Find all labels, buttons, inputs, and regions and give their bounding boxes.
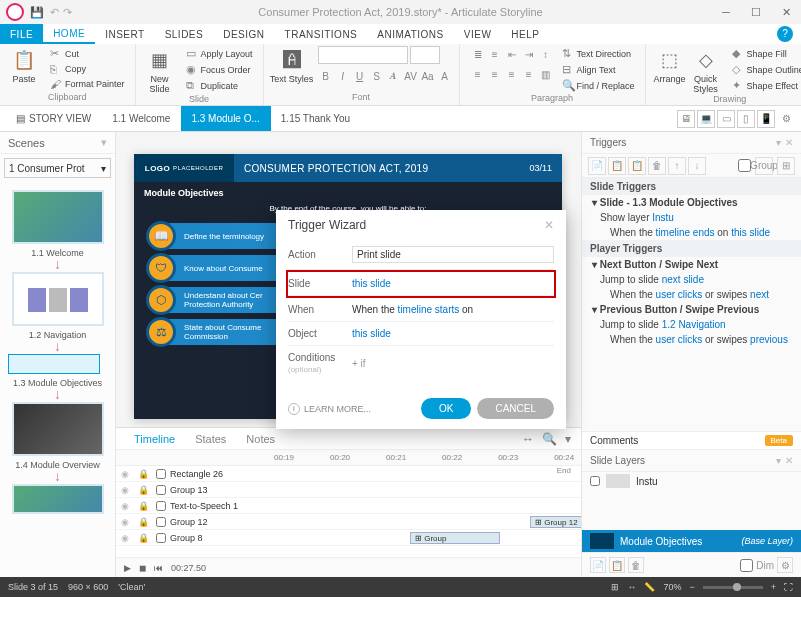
trigger-prev-button[interactable]: ▾ Previous Button / Swipe Previous bbox=[582, 302, 801, 317]
redo-icon[interactable]: ↷ bbox=[63, 6, 72, 19]
tab-design[interactable]: DESIGN bbox=[213, 24, 274, 44]
ok-button[interactable]: OK bbox=[421, 398, 471, 419]
strike-button[interactable]: S bbox=[369, 68, 385, 84]
trigger-next-button[interactable]: ▾ Next Button / Swipe Next bbox=[582, 257, 801, 272]
arrange-button[interactable]: ⬚Arrange bbox=[652, 46, 688, 84]
zoom-out-icon[interactable]: − bbox=[689, 582, 694, 592]
close-panel-icon[interactable]: ✕ bbox=[785, 137, 793, 148]
scene-thumb[interactable] bbox=[12, 190, 104, 244]
columns-button[interactable]: ▥ bbox=[538, 66, 554, 82]
cut-button[interactable]: ✂Cut bbox=[46, 46, 129, 61]
device-desktop-icon[interactable]: 🖥 bbox=[677, 110, 695, 128]
font-color-button[interactable]: A bbox=[437, 68, 453, 84]
ruler-icon[interactable]: 📏 bbox=[644, 582, 655, 592]
scene-thumb[interactable] bbox=[12, 272, 104, 326]
collapse-icon[interactable]: ▾ bbox=[776, 137, 781, 148]
maximize-icon[interactable]: ☐ bbox=[741, 6, 771, 19]
device-phone-icon[interactable]: 📱 bbox=[757, 110, 775, 128]
eye-icon[interactable]: ◉ bbox=[116, 517, 134, 527]
stop-icon[interactable]: ◼ bbox=[139, 563, 146, 573]
eye-icon[interactable]: ◉ bbox=[116, 533, 134, 543]
line-spacing-button[interactable]: ↕ bbox=[538, 46, 554, 62]
paste-button[interactable]: 📋Paste bbox=[6, 46, 42, 84]
tab-animations[interactable]: ANIMATIONS bbox=[367, 24, 453, 44]
story-view-tab[interactable]: ▤STORY VIEW bbox=[6, 106, 102, 131]
play-icon[interactable]: ▶ bbox=[124, 563, 131, 573]
trigger-item[interactable]: Jump to slide 1.2 Navigation bbox=[582, 317, 801, 332]
timeline-row[interactable]: ◉🔒Group 12⊞ Group 12 bbox=[116, 514, 581, 530]
delete-trigger-icon[interactable]: 🗑 bbox=[648, 157, 666, 175]
shadow-button[interactable]: 𝑨 bbox=[386, 68, 402, 84]
underline-button[interactable]: U bbox=[352, 68, 368, 84]
variables-icon[interactable]: ⊞ bbox=[777, 157, 795, 175]
format-painter-button[interactable]: 🖌Format Painter bbox=[46, 77, 129, 91]
fit-width-icon[interactable]: ↔ bbox=[627, 582, 636, 592]
case-button[interactable]: Aa bbox=[420, 68, 436, 84]
trigger-slide-name[interactable]: ▾ Slide - 1.3 Module Objectives bbox=[582, 195, 801, 210]
layer-props-icon[interactable]: ⚙ bbox=[777, 557, 793, 573]
slide-tab-thank-you[interactable]: 1.15 Thank You bbox=[271, 106, 361, 131]
lock-icon[interactable]: 🔒 bbox=[134, 501, 152, 511]
add-condition-button[interactable]: + if bbox=[352, 358, 554, 369]
indent-inc-button[interactable]: ⇥ bbox=[521, 46, 537, 62]
close-icon[interactable]: ✕ bbox=[771, 6, 801, 19]
timeline-row[interactable]: ◉🔒Group 8⊞ Group bbox=[116, 530, 581, 546]
group-checkbox[interactable] bbox=[738, 159, 751, 172]
new-trigger-icon[interactable]: 📄 bbox=[588, 157, 606, 175]
lock-icon[interactable]: 🔒 bbox=[134, 469, 152, 479]
move-down-icon[interactable]: ↓ bbox=[688, 157, 706, 175]
lock-icon[interactable]: 🔒 bbox=[134, 517, 152, 527]
duplicate-layer-icon[interactable]: 📋 bbox=[609, 557, 625, 573]
timeline-ruler[interactable]: 00:1900:2000:2100:2200:2300:2400:2500:26… bbox=[116, 450, 581, 466]
zoom-out-timeline-icon[interactable]: 🔍 bbox=[540, 432, 559, 446]
tab-file[interactable]: FILE bbox=[0, 24, 43, 44]
tab-slides[interactable]: SLIDES bbox=[155, 24, 214, 44]
undo-icon[interactable]: ↶ bbox=[50, 6, 59, 19]
collapse-icon[interactable]: ▾ bbox=[776, 455, 781, 466]
align-right-button[interactable]: ≡ bbox=[504, 66, 520, 82]
action-select[interactable]: Print slide bbox=[352, 246, 554, 263]
when-field[interactable]: When the timeline starts on bbox=[352, 304, 554, 315]
lock-icon[interactable]: 🔒 bbox=[134, 533, 152, 543]
align-center-button[interactable]: ≡ bbox=[487, 66, 503, 82]
apply-layout-button[interactable]: ▭Apply Layout bbox=[182, 46, 257, 61]
trigger-item[interactable]: When the user clicks or swipes previous bbox=[582, 332, 801, 347]
spacing-button[interactable]: AV bbox=[403, 68, 419, 84]
close-panel-icon[interactable]: ✕ bbox=[785, 455, 793, 466]
tab-insert[interactable]: INSERT bbox=[95, 24, 155, 44]
help-icon[interactable]: ? bbox=[777, 26, 793, 42]
move-up-icon[interactable]: ↑ bbox=[668, 157, 686, 175]
copy-trigger-icon[interactable]: 📋 bbox=[608, 157, 626, 175]
row-checkbox[interactable] bbox=[156, 501, 166, 511]
base-layer-row[interactable]: Module Objectives(Base Layer) bbox=[582, 530, 801, 552]
text-styles-button[interactable]: 🅰Text Styles bbox=[270, 46, 314, 84]
layer-visible-checkbox[interactable] bbox=[590, 476, 600, 486]
tab-home[interactable]: HOME bbox=[43, 24, 95, 44]
cancel-button[interactable]: CANCEL bbox=[477, 398, 554, 419]
notes-tab[interactable]: Notes bbox=[236, 433, 285, 445]
panel-menu-icon[interactable]: ▾ bbox=[563, 432, 573, 446]
zoom-fit-icon[interactable]: ↔ bbox=[520, 432, 536, 446]
trigger-item[interactable]: Jump to slide next slide bbox=[582, 272, 801, 287]
timeline-row[interactable]: ◉🔒Rectangle 26 bbox=[116, 466, 581, 482]
slide-select[interactable]: this slide bbox=[352, 278, 554, 289]
find-replace-button[interactable]: 🔍Find / Replace bbox=[558, 78, 639, 93]
eye-icon[interactable]: ◉ bbox=[116, 469, 134, 479]
eye-icon[interactable]: ◉ bbox=[116, 501, 134, 511]
trigger-item[interactable]: When the user clicks or swipes next bbox=[582, 287, 801, 302]
minimize-icon[interactable]: ─ bbox=[711, 6, 741, 19]
fit-to-window-icon[interactable]: ⛶ bbox=[784, 582, 793, 592]
scene-thumb-selected[interactable] bbox=[8, 354, 100, 374]
save-icon[interactable]: 💾 bbox=[30, 6, 44, 19]
zoom-in-icon[interactable]: + bbox=[771, 582, 776, 592]
timeline-clip[interactable]: ⊞ Group 12 bbox=[530, 516, 581, 528]
lock-icon[interactable]: 🔒 bbox=[134, 485, 152, 495]
timeline-tab[interactable]: Timeline bbox=[124, 433, 185, 445]
slide-tab-welcome[interactable]: 1.1 Welcome bbox=[102, 106, 181, 131]
tab-help[interactable]: HELP bbox=[501, 24, 549, 44]
device-tablet-landscape-icon[interactable]: ▭ bbox=[717, 110, 735, 128]
fit-icon[interactable]: ⊞ bbox=[611, 582, 619, 592]
learn-more-link[interactable]: iLEARN MORE... bbox=[288, 403, 371, 415]
numbering-button[interactable]: ≡ bbox=[487, 46, 503, 62]
row-checkbox[interactable] bbox=[156, 469, 166, 479]
